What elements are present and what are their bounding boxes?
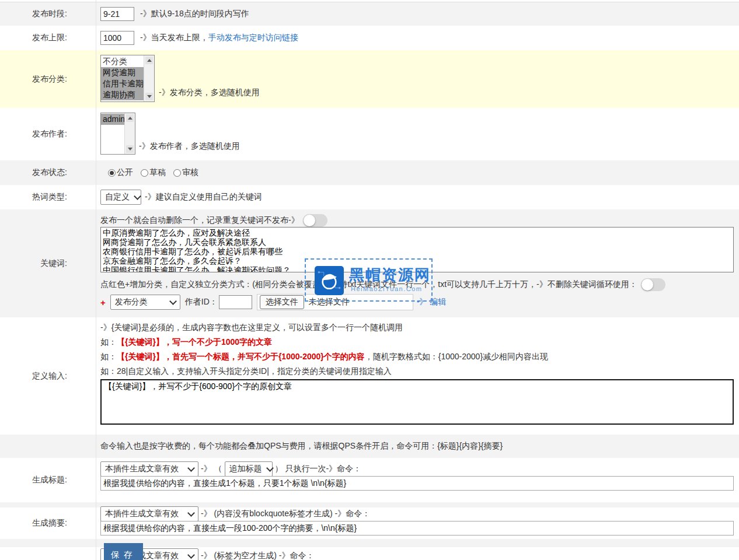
publish-category-note: -》发布分类，多选随机使用: [159, 88, 260, 98]
category-assign-select[interactable]: 发布分类: [110, 295, 180, 310]
add-category-button[interactable]: +: [100, 298, 106, 307]
radio-label: 公开: [117, 167, 133, 178]
publish-limit-note: -》当天发布上限，: [140, 33, 208, 43]
file-status-text: 未选择文件: [309, 297, 350, 307]
arrow-text: -》 （: [201, 464, 222, 474]
empty-label: [0, 539, 96, 547]
form-row-publish-author: 发布作者: admin -》发布作者，多选随机使用: [0, 108, 739, 160]
title-scope-select[interactable]: 本插件生成文章有效: [100, 461, 198, 477]
scroll-down-icon[interactable]: [126, 145, 134, 153]
publish-limit-input[interactable]: [100, 31, 134, 45]
chevron-down-icon: [134, 192, 141, 200]
title-run-once-note: ） 只执行一次-》命令：: [275, 464, 362, 474]
scroll-up-icon[interactable]: [145, 57, 153, 64]
radio-selected-icon[interactable]: [108, 169, 116, 177]
empty-label: [0, 547, 96, 560]
empty-label: [0, 435, 96, 458]
publish-category-label: 发布分类:: [0, 50, 96, 108]
chevron-down-icon: [187, 464, 195, 472]
define-input-label: 定义输入:: [0, 317, 96, 435]
auto-delete-label: 发布一个就会自动删除一个，记录重复关键词不发布-》: [100, 215, 299, 226]
listbox-option[interactable]: 逾期协商: [101, 89, 144, 100]
listbox-option[interactable]: admin: [101, 114, 124, 125]
form-row-generate-summary: 生成摘要: 本插件生成文章有效 -》 (内容没有blockquote标签才生成)…: [0, 508, 739, 539]
chevron-down-icon: [169, 298, 177, 305]
publish-time-input[interactable]: [100, 7, 134, 21]
radio-option[interactable]: 公开: [108, 167, 133, 178]
author-listbox[interactable]: admin: [100, 113, 135, 155]
listbox-option[interactable]: 信用卡逾期: [101, 78, 144, 89]
form-row-publish-status: 发布状态: 公开草稿审核: [0, 160, 739, 185]
publish-limit-label: 发布上限:: [0, 26, 96, 50]
category-listbox[interactable]: 不分类网贷逾期信用卡逾期逾期协商: [100, 55, 155, 102]
command-note-text: 命令输入也是按字收费的，每个功能都会叠加QPS与费用，请根据QPS条件开启，命令…: [100, 441, 503, 452]
save-button[interactable]: 保存: [104, 543, 143, 560]
define-input-example-2: 如： 【{关键词}】，首先写一个标题，并写不少于{1000-2000}个字的内容…: [100, 349, 548, 364]
example-red-text: 【{关键词}】，首先写一个标题，并写不少于{1000-2000}个字的内容: [117, 352, 365, 362]
choose-file-button[interactable]: 选择文件: [260, 295, 304, 309]
radio-icon[interactable]: [173, 169, 181, 177]
publish-author-label: 发布作者:: [0, 108, 96, 160]
form-row-keywords: 关键词: 发布一个就会自动删除一个，记录重复关键词不发布-》 中原消费逾期了怎么…: [0, 209, 739, 317]
manual-publish-link[interactable]: 手动发布与定时访问链接: [208, 33, 298, 43]
author-id-input[interactable]: [219, 295, 252, 309]
keywords-tip: 点红色+增加分类，自定义独立分类方式：(相同分类会被覆盖)，支持txt关键词文件…: [100, 279, 637, 290]
keyword-file-widget: 选择文件 未选择文件: [257, 294, 413, 310]
form-row-publish-limit: 发布上限: -》当天发布上限， 手动发布与定时访问链接: [0, 26, 739, 50]
hotword-type-note: -》建议自定义使用自己的关键词: [145, 192, 262, 202]
publish-time-label: 发布时段:: [0, 2, 96, 26]
radio-label: 审核: [182, 167, 198, 178]
radio-icon[interactable]: [141, 169, 148, 177]
keep-keywords-toggle[interactable]: [641, 278, 665, 291]
edit-link[interactable]: -》 编辑: [417, 297, 447, 307]
tags-condition-note: -》 (标签为空才生成) -》命令：: [201, 551, 314, 560]
status-radio-group: 公开草稿审核: [96, 160, 739, 185]
publish-status-label: 发布状态:: [0, 160, 96, 185]
summary-condition-note: -》 (内容没有blockquote标签才生成) -》命令：: [201, 509, 370, 519]
example-red-text: 【{关键词}】，写一个不少于1000字的文章: [117, 337, 272, 348]
publish-author-note: -》发布作者，多选随机使用: [139, 141, 240, 152]
plugin-settings-page: 发布时段: -》默认9-18点的时间段内写作 发布上限: -》当天发布上限， 手…: [0, 0, 739, 560]
chevron-down-icon: [187, 551, 195, 559]
listbox-option[interactable]: 不分类: [101, 56, 144, 67]
publish-time-note: -》默认9-18点的时间段内写作: [140, 9, 249, 19]
chevron-down-icon: [187, 509, 195, 517]
scroll-down-icon[interactable]: [145, 93, 153, 100]
chevron-down-icon: [266, 464, 274, 472]
radio-label: 草稿: [149, 167, 166, 178]
author-id-label: 作者ID：: [185, 297, 218, 307]
generate-title-label: 生成标题:: [0, 458, 96, 502]
form-row-command-note: 命令输入也是按字收费的，每个功能都会叠加QPS与费用，请根据QPS条件开启，命令…: [0, 435, 739, 458]
hotword-type-select[interactable]: 自定义: [100, 190, 141, 205]
label-column-divider: [0, 0, 96, 2]
define-input-textarea[interactable]: 【{关键词}】，并写不少于{600-900}个字的原创文章: [100, 379, 734, 425]
define-input-example-1: 如： 【{关键词}】，写一个不少于1000字的文章: [100, 335, 548, 349]
title-mode-select[interactable]: 追加标题: [225, 461, 273, 477]
toggle-knob: [304, 215, 315, 226]
summary-scope-select[interactable]: 本插件生成文章有效: [100, 506, 198, 522]
keywords-label: 关键词:: [0, 209, 96, 317]
form-row-publish-category: 发布分类: 不分类网贷逾期信用卡逾期逾期协商 -》发布分类，多选随机使用: [0, 50, 739, 108]
generate-summary-label: 生成摘要:: [0, 508, 96, 539]
form-row-publish-time: 发布时段: -》默认9-18点的时间段内写作: [0, 2, 739, 26]
listbox-scrollbar[interactable]: [144, 55, 154, 102]
radio-option[interactable]: 草稿: [141, 167, 166, 178]
hotword-type-label: 热词类型:: [0, 185, 96, 209]
define-input-example-3: 如：28|自定义输入，支持输入开头指定分类ID|，指定分类的关键词使用指定输入: [100, 364, 548, 379]
define-input-tip: -》{关键词}是必须的，生成内容字数也在这里定义，可以设置多个一行一个随机调用: [100, 320, 548, 335]
radio-option[interactable]: 审核: [173, 167, 198, 178]
title-command-input[interactable]: [100, 476, 734, 491]
form-row-generate-title: 生成标题: 本插件生成文章有效 -》 （ 追加标题 ） 只执行一次-》命令：: [0, 458, 739, 502]
keywords-textarea[interactable]: 中原消费逾期了怎么办，应对及解决途径 网商贷逾期了怎么办，几天会联系紧急联系人 …: [100, 227, 734, 272]
summary-command-input[interactable]: [100, 521, 734, 536]
auto-delete-toggle[interactable]: [303, 214, 327, 227]
form-row-define-input: 定义输入: -》{关键词}是必须的，生成内容字数也在这里定义，可以设置多个一行一…: [0, 317, 739, 435]
empty-label: [0, 502, 96, 508]
listbox-option[interactable]: 网贷逾期: [101, 67, 144, 78]
scroll-up-icon[interactable]: [126, 114, 134, 122]
toggle-knob: [642, 279, 653, 290]
form-row-hotword-type: 热词类型: 自定义 -》建议自定义使用自己的关键词: [0, 185, 739, 209]
listbox-scrollbar[interactable]: [124, 113, 135, 154]
